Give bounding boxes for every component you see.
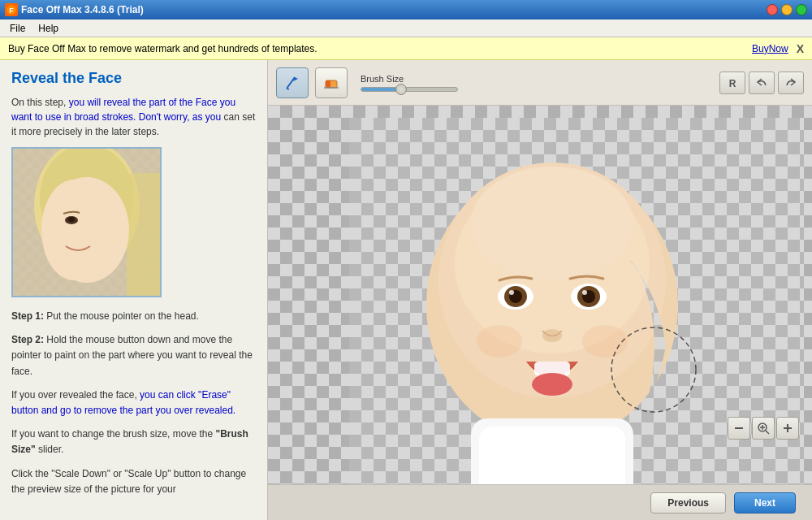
panel-title: Reveal the Face [11, 70, 256, 87]
toolbar-action-buttons: R [719, 72, 804, 94]
intro-text: On this step, you will reveal the part o… [11, 95, 256, 139]
bottom-bar: Previous Next [268, 484, 812, 520]
svg-text:R: R [729, 78, 736, 89]
steps-text: Step 1: Put the mouse pointer on the hea… [11, 309, 256, 497]
step2-text: Hold the mouse button down and move the … [11, 334, 253, 376]
buy-now-link[interactable]: BuyNow [752, 43, 788, 54]
svg-rect-49 [787, 424, 788, 432]
undo-icon [754, 76, 769, 90]
zoom-in-icon [780, 421, 795, 436]
zoom-out-icon [732, 421, 746, 436]
svg-point-38 [477, 325, 522, 358]
zoom-fit-icon [756, 421, 771, 436]
window-title: Face Off Max 3.4.8.6 (Trial) [21, 4, 144, 15]
zoom-out-button[interactable] [728, 417, 750, 440]
undo-button[interactable] [749, 72, 775, 94]
svg-line-45 [766, 431, 769, 434]
menu-file[interactable]: File [3, 21, 32, 36]
close-button[interactable] [767, 4, 778, 15]
banner-close-button[interactable]: X [797, 42, 804, 55]
svg-rect-6 [127, 173, 162, 297]
erase-tool-button[interactable] [315, 67, 348, 98]
brush-size-section: Brush Size [361, 74, 458, 92]
left-scroll-area[interactable]: Reveal the Face On this step, you will r… [0, 60, 267, 520]
svg-line-13 [287, 89, 289, 89]
minimize-button[interactable] [781, 4, 793, 15]
title-bar: F Face Off Max 3.4.8.6 (Trial) [0, 0, 812, 20]
svg-rect-15 [326, 80, 330, 88]
svg-point-30 [509, 290, 514, 295]
brush-para: If you want to change the brush size, mo… [11, 427, 256, 457]
next-button[interactable]: Next [734, 492, 796, 514]
step2-label: Step 2: [11, 334, 44, 345]
erase-para: If you over revealed the face, you can c… [11, 388, 256, 418]
svg-point-39 [582, 325, 628, 358]
svg-text:F: F [9, 6, 14, 15]
face-preview-container [11, 147, 162, 297]
preview-svg [13, 149, 162, 297]
svg-point-26 [471, 167, 633, 280]
zoom-controls [728, 417, 799, 440]
maximize-button[interactable] [796, 4, 807, 15]
zoom-in-button[interactable] [776, 417, 799, 440]
brush-size-slider[interactable] [361, 87, 458, 92]
left-panel: Reveal the Face On this step, you will r… [0, 60, 268, 520]
pen-tool-button[interactable] [276, 67, 309, 98]
promo-banner: Buy Face Off Max to remove watermark and… [0, 37, 812, 60]
zoom-fit-button[interactable] [752, 417, 775, 440]
pen-icon [283, 74, 301, 92]
redo-icon [784, 76, 798, 90]
svg-rect-41 [479, 427, 625, 484]
right-panel: Brush Size R [268, 60, 812, 520]
step1-text: Put the mouse pointer on the head. [46, 310, 198, 322]
reset-icon: R [725, 76, 740, 90]
svg-point-34 [582, 290, 587, 295]
previous-button[interactable]: Previous [650, 492, 726, 514]
svg-point-37 [532, 373, 572, 396]
brush-size-label: Brush Size [361, 74, 458, 84]
svg-point-10 [68, 217, 75, 222]
redo-button[interactable] [778, 72, 804, 94]
svg-line-11 [287, 77, 295, 89]
svg-rect-43 [735, 427, 743, 429]
toolbar: Brush Size R [268, 60, 812, 106]
reset-button[interactable]: R [719, 72, 745, 94]
canvas-area[interactable] [268, 106, 812, 484]
menu-help[interactable]: Help [32, 21, 65, 36]
app-icon: F [5, 3, 18, 16]
face-preview [13, 149, 162, 297]
step1-label: Step 1: [11, 310, 44, 322]
main-layout: Reveal the Face On this step, you will r… [0, 60, 812, 520]
menu-bar: File Help [0, 20, 812, 37]
scale-para: Click the "Scale Down" or "Scale Up" but… [11, 466, 256, 497]
eraser-icon [322, 74, 340, 92]
window-controls[interactable] [767, 4, 807, 15]
banner-text: Buy Face Off Max to remove watermark and… [8, 43, 752, 54]
